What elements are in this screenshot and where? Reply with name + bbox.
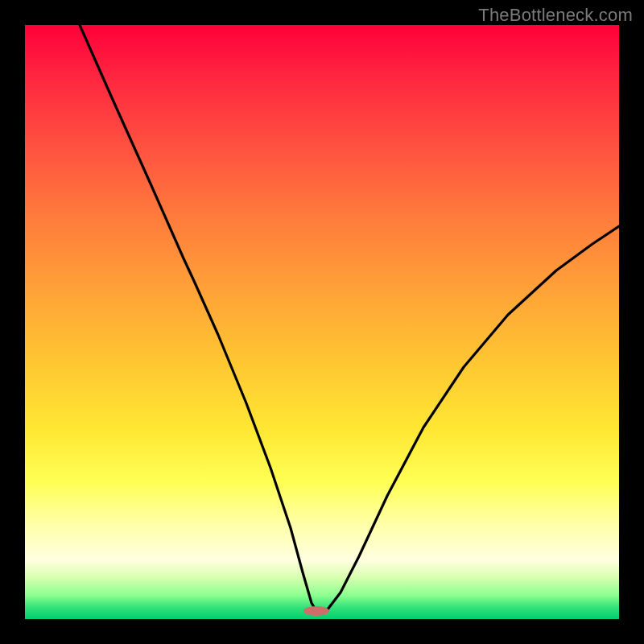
- minimum-marker: [303, 606, 329, 616]
- bottleneck-curve-svg: [25, 25, 619, 619]
- watermark-text: TheBottleneck.com: [478, 5, 633, 26]
- plot-area: [25, 25, 619, 619]
- bottleneck-curve: [80, 25, 619, 611]
- chart-frame: TheBottleneck.com: [0, 0, 644, 644]
